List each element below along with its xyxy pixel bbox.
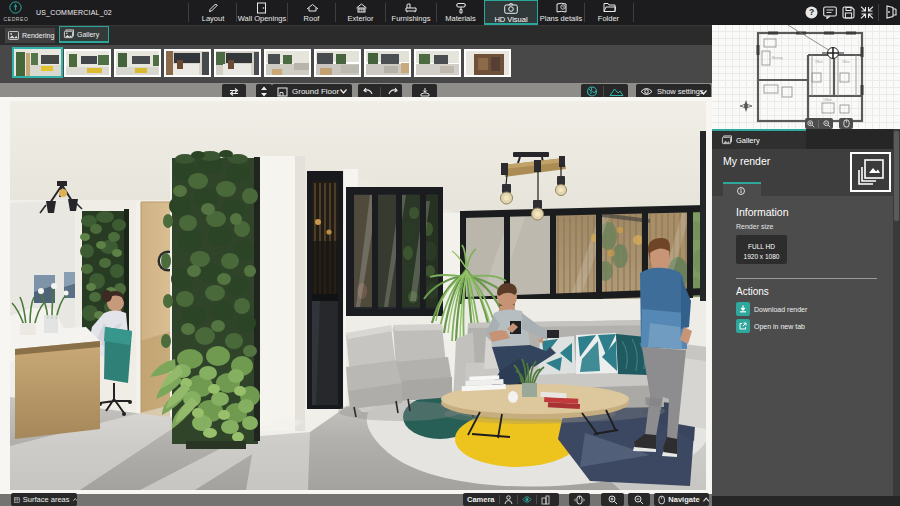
svg-text:Meeting: Meeting	[772, 56, 783, 60]
svg-text:Office: Office	[815, 60, 823, 64]
svg-text:?: ?	[809, 7, 814, 17]
svg-text:Office: Office	[842, 60, 850, 64]
svg-text:Office: Office	[824, 98, 832, 102]
